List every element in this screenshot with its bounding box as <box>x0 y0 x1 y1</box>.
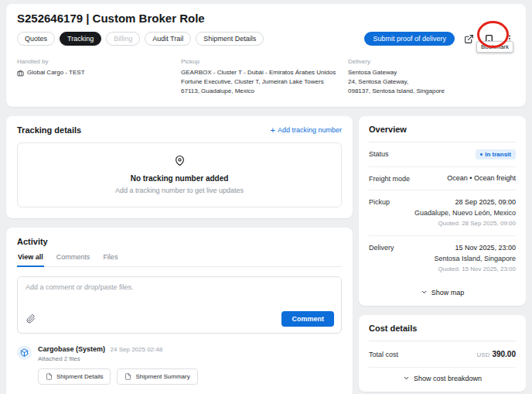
tracking-details-title: Tracking details <box>17 125 81 135</box>
main-content: Tracking details + Add tracking number N… <box>0 116 532 394</box>
activity-tab-view-all[interactable]: View all <box>17 253 44 267</box>
shipment-meta-row: Handled by Global Cargo - TEST Pickup GE… <box>17 58 515 96</box>
submit-proof-of-delivery-button[interactable]: Submit proof of delivery <box>364 32 455 46</box>
cost-details-card: Cost details Total cost USD390.00 Show c… <box>359 315 526 392</box>
pickup-address-line3: 67113, Guadalupe, Mexico <box>181 87 348 96</box>
document-icon <box>124 373 131 380</box>
show-cost-breakdown-label: Show cost breakdown <box>414 375 482 382</box>
delivery-address-line1: Sentosa Gateway <box>348 68 515 77</box>
attach-file-icon[interactable] <box>25 313 36 325</box>
comment-submit-button[interactable]: Comment <box>281 311 334 327</box>
pickup-label: Pickup <box>181 58 348 65</box>
left-column: Tracking details + Add tracking number N… <box>6 116 353 394</box>
tracking-empty-state: No tracking number added Add a tracking … <box>17 142 342 207</box>
chevron-down-icon <box>403 375 410 382</box>
freight-mode-label: Freight mode <box>369 174 410 183</box>
tab-quotes[interactable]: Quotes <box>17 32 55 46</box>
tab-tracking[interactable]: Tracking <box>60 32 101 46</box>
cost-details-title: Cost details <box>369 324 516 341</box>
overview-card: Overview Status In transit Freight mode … <box>359 116 526 306</box>
handled-by-block: Handled by Global Cargo - TEST <box>17 58 181 96</box>
tab-audit-trail[interactable]: Audit Trail <box>145 32 191 46</box>
add-tracking-number-button[interactable]: + Add tracking number <box>271 126 342 135</box>
activity-tab-files[interactable]: Files <box>102 253 118 267</box>
share-icon[interactable] <box>463 33 475 45</box>
overview-delivery-label: Delivery <box>369 243 394 252</box>
chevron-down-icon <box>421 289 428 296</box>
cargobase-system-avatar <box>17 345 32 360</box>
pickup-datetime: 28 Sep 2025, 09:00 <box>414 197 516 208</box>
handled-by-value: Global Cargo - TEST <box>27 68 85 77</box>
file-chip-shipment-summary[interactable]: Shipment Summary <box>117 368 197 385</box>
tracking-empty-title: No tracking number added <box>18 174 341 183</box>
activity-card: Activity View all Comments Files Comment <box>6 228 353 394</box>
tracking-details-card: Tracking details + Add tracking number N… <box>6 116 353 218</box>
tab-billing[interactable]: Billing <box>106 32 140 46</box>
show-cost-breakdown-button[interactable]: Show cost breakdown <box>369 368 516 389</box>
show-map-button[interactable]: Show map <box>369 282 516 303</box>
delivery-label: Delivery <box>348 58 515 65</box>
right-column: Overview Status In transit Freight mode … <box>359 116 526 394</box>
delivery-address-line3: 098137, Sentosa Island, Singapore <box>348 87 515 96</box>
pickup-address-block: Pickup GEARBOX - Cluster T - Dubái - Emi… <box>181 58 348 96</box>
delivery-row: Delivery 15 Nov 2025, 23:00 Sentosa Isla… <box>369 236 516 281</box>
delivery-address-block: Delivery Sentosa Gateway 24, Sentosa Gat… <box>348 58 515 96</box>
plus-icon: + <box>271 126 275 135</box>
status-row: Status In transit <box>369 142 516 167</box>
activity-title: Activity <box>17 237 342 246</box>
pickup-address-line1: GEARBOX - Cluster T - Dubái - Emiratos Á… <box>181 68 348 77</box>
delivery-datetime: 15 Nov 2025, 23:00 <box>434 243 516 254</box>
show-map-label: Show map <box>431 289 465 296</box>
overview-title: Overview <box>369 125 516 142</box>
document-icon <box>46 373 53 380</box>
location-pin-icon <box>175 156 185 166</box>
pickup-quoted: Quoted: 28 Sep 2025, 09:00 <box>414 219 516 228</box>
shipment-tabs: Quotes Tracking Billing Audit Trail Ship… <box>17 32 264 46</box>
shipment-header-card: S252646179 | Custom Broker Role Quotes T… <box>6 4 526 107</box>
pickup-address-line2: Fortune Executive, Cluster T, Jumeirah L… <box>181 77 348 87</box>
delivery-location: Sentosa Island, Singapore <box>434 254 516 265</box>
freight-mode-row: Freight mode Ocean • Ocean freight <box>369 167 516 190</box>
attached-files: Shipment Details Shipment Summary <box>38 368 198 385</box>
total-cost-row: Total cost USD390.00 <box>369 341 516 368</box>
file-chip-shipment-details[interactable]: Shipment Details <box>38 368 111 385</box>
total-cost-label: Total cost <box>369 350 398 358</box>
tab-shipment-details[interactable]: Shipment Details <box>196 32 264 46</box>
activity-action: Attached 2 files <box>38 355 198 362</box>
status-badge: In transit <box>476 149 516 159</box>
cube-icon <box>20 348 29 357</box>
tracking-empty-subtitle: Add a tracking number to get live update… <box>18 187 341 194</box>
activity-timestamp: 24 Sep 2025 02:48 <box>111 346 163 353</box>
add-tracking-number-label: Add tracking number <box>278 126 342 134</box>
organization-icon <box>17 70 24 77</box>
delivery-address-line2: 24, Sentosa Gateway, <box>348 77 515 87</box>
status-dot-icon <box>480 153 483 156</box>
status-label: Status <box>369 149 389 158</box>
pickup-row: Pickup 28 Sep 2025, 09:00 Guadalupe, Nue… <box>369 190 516 236</box>
file-chip-label: Shipment Summary <box>135 373 189 380</box>
pickup-location: Guadalupe, Nuevo León, Mexico <box>414 208 516 219</box>
activity-tab-comments[interactable]: Comments <box>56 253 91 267</box>
file-chip-label: Shipment Details <box>56 373 103 380</box>
handled-by-label: Handled by <box>17 58 181 65</box>
cost-currency: USD <box>477 351 490 358</box>
freight-mode-value: Ocean • Ocean freight <box>447 174 516 182</box>
activity-item: Cargobase (System) 24 Sep 2025 02:48 Att… <box>17 345 342 385</box>
bookmark-tooltip: Bookmark <box>476 41 513 53</box>
activity-author: Cargobase (System) <box>38 345 105 353</box>
delivery-quoted: Quoted: 15 Nov 2025, 23:00 <box>434 265 516 274</box>
cost-amount: 390.00 <box>492 350 516 358</box>
overview-pickup-label: Pickup <box>369 197 390 206</box>
comment-input[interactable] <box>18 277 341 303</box>
comment-composer: Comment <box>17 276 342 334</box>
tabbar-row: Quotes Tracking Billing Audit Trail Ship… <box>17 32 515 46</box>
status-value: In transit <box>485 151 511 158</box>
activity-tabs: View all Comments Files <box>17 253 342 267</box>
page-title: S252646179 | Custom Broker Role <box>17 12 515 25</box>
